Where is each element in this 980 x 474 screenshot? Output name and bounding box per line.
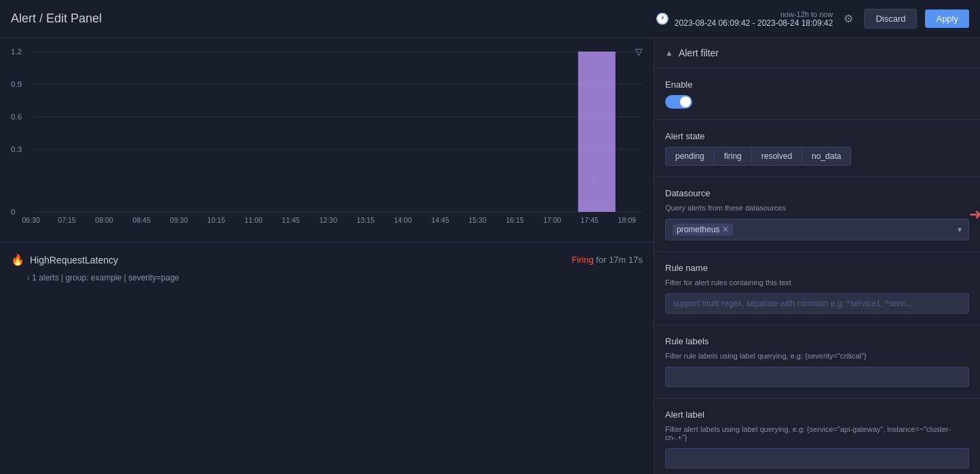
apply-button[interactable]: Apply [925, 10, 969, 28]
datasource-remove-icon[interactable]: ✕ [722, 225, 729, 234]
svg-text:14:45: 14:45 [431, 217, 449, 223]
datasource-select[interactable]: prometheus ✕ ▾ [665, 219, 969, 240]
svg-text:11:00: 11:00 [244, 217, 263, 223]
alert-sub-info: 1 alerts | group: example | severity=pag… [32, 273, 179, 282]
svg-text:18:09: 18:09 [618, 217, 637, 223]
discard-button[interactable]: Discard [864, 9, 917, 29]
datasource-value: prometheus [677, 225, 719, 234]
svg-text:17:45: 17:45 [580, 217, 599, 223]
firing-status: Firing for 17m 17s [571, 255, 643, 265]
state-pending-button[interactable]: pending [665, 147, 715, 166]
svg-text:0.9: 0.9 [11, 80, 22, 88]
enable-label: Enable [665, 79, 969, 90]
filter-icon[interactable]: ▽ [635, 46, 643, 57]
alert-item-header: 🔥 HighRequestLatency Firing for 17m 17s [11, 248, 643, 272]
svg-text:06:30: 06:30 [22, 217, 40, 223]
svg-text:15:30: 15:30 [468, 217, 487, 223]
svg-text:08:45: 08:45 [132, 217, 151, 223]
svg-rect-10 [578, 52, 616, 212]
state-resolved-button[interactable]: resolved [751, 147, 802, 166]
header-actions: 🕐 now-12h to now 2023-08-24 06:09:42 - 2… [656, 9, 969, 29]
enable-section: Enable [654, 69, 980, 120]
alert-label-input[interactable] [665, 448, 969, 469]
chart-container: ▽ 1.2 0.9 0.6 0.3 0 1 06:30 07:15 [0, 38, 654, 242]
svg-text:10:15: 10:15 [207, 217, 225, 223]
svg-text:17:00: 17:00 [543, 217, 561, 223]
right-panel: ▲ Alert filter Enable Alert state pendin… [654, 38, 980, 474]
state-buttons: pending firing resolved no_data [665, 147, 969, 166]
chart-svg: 1.2 0.9 0.6 0.3 0 1 06:30 07:15 08:00 08… [11, 46, 643, 223]
state-nodata-button[interactable]: no_data [802, 147, 851, 166]
time-range-text: now-12h to now 2023-08-24 06:09:42 - 202… [675, 10, 833, 28]
svg-text:09:30: 09:30 [170, 217, 188, 223]
rule-name-desc: Filter for alert rules containing this t… [665, 278, 969, 287]
alert-name: HighRequestLatency [30, 255, 118, 266]
svg-text:16:15: 16:15 [506, 217, 524, 223]
alert-subrow[interactable]: › 1 alerts | group: example | severity=p… [11, 272, 643, 282]
header: Alert / Edit Panel 🕐 now-12h to now 2023… [0, 0, 980, 38]
svg-text:1: 1 [593, 175, 597, 183]
datasource-desc: Query alerts from these datasources [665, 204, 969, 212]
alert-filter-title: Alert filter [679, 48, 719, 58]
svg-text:0.6: 0.6 [11, 113, 22, 121]
left-panel: ▽ 1.2 0.9 0.6 0.3 0 1 06:30 07:15 [0, 38, 654, 474]
rule-name-input[interactable] [665, 293, 969, 314]
alert-state-section: Alert state pending firing resolved no_d… [654, 120, 980, 177]
arrow-annotation: ➜ [969, 206, 980, 223]
svg-text:07:15: 07:15 [58, 217, 76, 223]
datasource-label: Datasource [665, 188, 969, 198]
state-firing-button[interactable]: firing [714, 147, 752, 166]
alert-label-label: Alert label [665, 409, 969, 420]
rule-labels-label: Rule labels [665, 336, 969, 346]
svg-text:08:00: 08:00 [95, 217, 113, 223]
firing-duration: for 17m 17s [596, 255, 643, 265]
chevron-right-icon: › [27, 274, 29, 282]
alert-label-desc: Filter alert labels using label querying… [665, 425, 969, 441]
rule-name-section: Rule name Filter for alert rules contain… [654, 252, 980, 325]
enable-toggle[interactable] [665, 95, 692, 109]
toggle-knob [680, 96, 691, 107]
main-content: ▽ 1.2 0.9 0.6 0.3 0 1 06:30 07:15 [0, 38, 980, 474]
svg-text:12:30: 12:30 [319, 217, 337, 223]
rule-labels-input[interactable] [665, 367, 969, 387]
datasource-section: Datasource Query alerts from these datas… [654, 177, 980, 252]
time-range[interactable]: 🕐 now-12h to now 2023-08-24 06:09:42 - 2… [656, 10, 833, 28]
alert-state-label: Alert state [665, 131, 969, 141]
time-range-value: 2023-08-24 06:09:42 - 2023-08-24 18:09:4… [675, 18, 833, 28]
svg-text:14:00: 14:00 [394, 217, 412, 223]
time-preset: now-12h to now [780, 10, 833, 18]
firing-label: Firing [571, 255, 594, 265]
alert-name-row: 🔥 HighRequestLatency [11, 253, 118, 266]
page-title: Alert / Edit Panel [11, 12, 102, 26]
datasource-dropdown-icon[interactable]: ▾ [958, 225, 962, 234]
alert-list: 🔥 HighRequestLatency Firing for 17m 17s … [0, 242, 654, 288]
settings-button[interactable]: ⚙ [841, 10, 856, 28]
alert-label-section: Alert label Filter alert labels using la… [654, 399, 980, 474]
clock-icon: 🕐 [656, 12, 669, 25]
rule-labels-section: Rule labels Filter rule labels using lab… [654, 325, 980, 399]
svg-text:11:45: 11:45 [282, 217, 300, 223]
alert-filter-header[interactable]: ▲ Alert filter [654, 38, 980, 69]
rule-labels-desc: Filter rule labels using label querying,… [665, 352, 969, 360]
svg-text:0.3: 0.3 [11, 145, 22, 153]
svg-text:0: 0 [11, 208, 15, 216]
svg-text:1.2: 1.2 [11, 48, 22, 56]
chevron-up-icon: ▲ [665, 48, 673, 58]
datasource-tag: prometheus ✕ [673, 223, 733, 236]
svg-text:13:15: 13:15 [356, 217, 375, 223]
fire-icon: 🔥 [11, 253, 24, 266]
rule-name-label: Rule name [665, 263, 969, 273]
